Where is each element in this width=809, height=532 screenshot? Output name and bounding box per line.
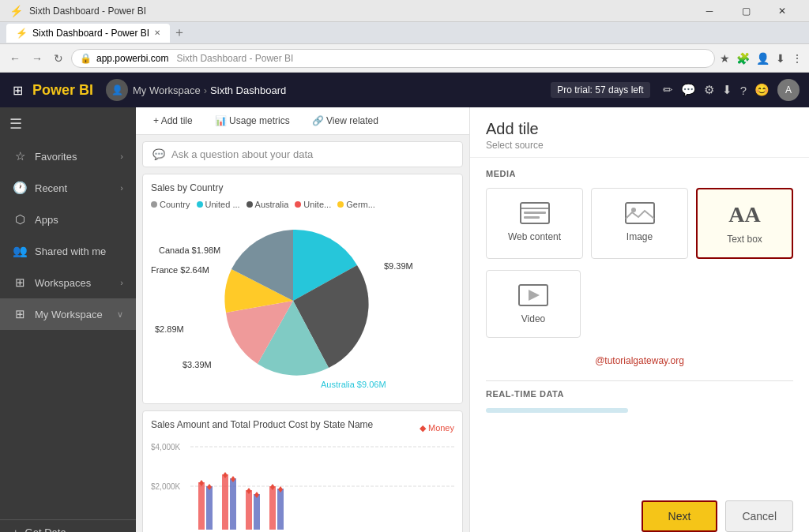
sidebar-item-myworkspace[interactable]: ⊞ My Workspace ∨ xyxy=(0,298,136,330)
panel-divider xyxy=(486,380,793,381)
legend-united-label: United ... xyxy=(205,200,240,209)
legend-australia: Australia xyxy=(246,200,289,209)
pie-chart-container: Canada $1.98M France $2.64M $2.89M $3.39… xyxy=(151,214,454,395)
download-icon[interactable]: ⬇ xyxy=(776,52,785,65)
svg-rect-11 xyxy=(254,494,260,530)
settings-icon[interactable]: ⚙ xyxy=(704,83,714,97)
download-icon[interactable]: ⬇ xyxy=(722,83,732,97)
legend-country: Country xyxy=(151,200,190,209)
secure-icon: 🔒 xyxy=(80,53,92,64)
bar-chart-tile: Sales Amount and Total Product Cost by S… xyxy=(142,410,463,532)
legend-unite: Unite... xyxy=(295,200,331,209)
bar-tile-header: Sales Amount and Total Product Cost by S… xyxy=(151,419,454,436)
get-data-button[interactable]: + Get Data xyxy=(13,526,123,532)
label-339: $3.39M xyxy=(182,360,212,369)
extensions-icon[interactable]: 🧩 xyxy=(736,52,750,65)
browser-action-buttons: ★ 🧩 👤 ⬇ ⋮ xyxy=(720,52,803,65)
legend-australia-label: Australia xyxy=(255,200,289,209)
sidebar-menu-icon[interactable]: ☰ xyxy=(9,116,22,132)
minimize-button[interactable]: ─ xyxy=(692,0,727,22)
ask-question-text: Ask a question about your data xyxy=(171,148,313,160)
favorites-icon: ☆ xyxy=(13,149,27,163)
maximize-button[interactable]: ▢ xyxy=(728,0,763,22)
sidebar-workspaces-label: Workspaces xyxy=(35,277,91,289)
dashboard-name: Sixth Dashboard xyxy=(210,84,286,96)
browser-tabs-bar: ⚡ Sixth Dashboard - Power BI ✕ ＋ xyxy=(0,22,809,44)
label-australia: Australia $9.06M xyxy=(321,380,386,389)
legend-country-label: Country xyxy=(160,200,190,209)
svg-rect-20 xyxy=(524,212,546,214)
add-tile-button[interactable]: + Add tile xyxy=(149,112,198,129)
media-card-video[interactable]: Video xyxy=(486,270,581,338)
content-area: + Add tile 📊 Usage metrics 🔗 View relate… xyxy=(136,107,809,532)
apps-icon: ⬡ xyxy=(13,212,27,227)
tab-close-button[interactable]: ✕ xyxy=(154,28,160,37)
view-related-button[interactable]: 🔗 View related xyxy=(307,112,383,129)
sidebar-item-apps[interactable]: ⬡ Apps xyxy=(0,204,136,235)
app-container: ⊞ Power BI 👤 My Workspace › Sixth Dashbo… xyxy=(0,73,809,532)
shared-icon: 👥 xyxy=(13,244,27,258)
chart1-legend: Country United ... Australia xyxy=(151,200,454,209)
browser-menu-icon[interactable]: ⋮ xyxy=(792,52,803,65)
back-button[interactable]: ← xyxy=(6,51,24,66)
dashboard-toolbar: + Add tile 📊 Usage metrics 🔗 View relate… xyxy=(136,107,469,135)
edit-icon[interactable]: ✏ xyxy=(663,83,673,97)
workspace-link[interactable]: My Workspace xyxy=(133,84,201,96)
sidebar-item-shared[interactable]: 👥 Shared with me xyxy=(0,235,136,267)
get-data-label: Get Data xyxy=(25,526,66,532)
add-tile-panel: Add tile Select source MEDIA xyxy=(469,107,809,532)
view-related-label: 🔗 View related xyxy=(312,115,378,126)
reload-button[interactable]: ↻ xyxy=(51,51,66,66)
media-card-image[interactable]: Image xyxy=(591,188,688,259)
profile-icon[interactable]: 👤 xyxy=(756,52,769,65)
next-button[interactable]: Next xyxy=(642,500,718,532)
add-tile-label: + Add tile xyxy=(153,115,193,126)
video-label: Video xyxy=(521,313,545,324)
breadcrumb-separator: › xyxy=(204,84,207,96)
video-icon xyxy=(517,283,549,307)
watermark: @tutorialgateway.org xyxy=(470,349,809,373)
legend-germ: Germ... xyxy=(337,200,375,209)
sidebar-footer: + Get Data xyxy=(0,519,136,532)
bookmark-icon[interactable]: ★ xyxy=(720,52,730,65)
sidebar-item-recent[interactable]: 🕐 Recent › xyxy=(0,172,136,204)
y-label-2000k: $2,000K xyxy=(151,482,180,491)
ask-question-bar[interactable]: 💬 Ask a question about your data xyxy=(142,141,463,167)
sidebar-item-favorites[interactable]: ☆ Favorites › xyxy=(0,140,136,172)
image-icon xyxy=(624,201,656,225)
image-label: Image xyxy=(627,231,653,242)
forward-button[interactable]: → xyxy=(28,51,46,66)
user-profile-button[interactable]: A xyxy=(777,79,800,101)
cancel-button[interactable]: Cancel xyxy=(725,500,793,532)
sidebar-item-workspaces[interactable]: ⊞ Workspaces › xyxy=(0,267,136,298)
media-card-textbox[interactable]: AA Text box xyxy=(696,188,793,259)
sidebar-apps-label: Apps xyxy=(35,214,58,226)
new-tab-button[interactable]: ＋ xyxy=(173,24,186,41)
media-card-web[interactable]: Web content xyxy=(486,188,583,259)
textbox-icon: AA xyxy=(728,202,760,227)
smiley-icon[interactable]: 😊 xyxy=(754,83,769,97)
chat-icon[interactable]: 💬 xyxy=(681,83,696,97)
topbar-action-icons: ✏ 💬 ⚙ ⬇ ? 😊 A xyxy=(663,79,800,101)
tab-label: Sixth Dashboard - Power BI xyxy=(32,28,149,39)
active-tab[interactable]: ⚡ Sixth Dashboard - Power BI ✕ xyxy=(6,24,170,43)
usage-metrics-button[interactable]: 📊 Usage metrics xyxy=(210,112,295,129)
app-grid-icon[interactable]: ⊞ xyxy=(9,80,26,101)
chart1-title: Sales by Country xyxy=(151,182,454,193)
chart2-title: Sales Amount and Total Product Cost by S… xyxy=(151,419,373,430)
sidebar-recent-label: Recent xyxy=(35,182,67,194)
sidebar-header: ☰ xyxy=(0,107,136,140)
textbox-label: Text box xyxy=(727,234,762,245)
workspaces-icon: ⊞ xyxy=(13,275,27,290)
window-title: Sixth Dashboard - Power BI xyxy=(29,6,686,17)
gridlines-svg xyxy=(190,443,454,532)
help-icon[interactable]: ? xyxy=(740,84,747,97)
close-button[interactable]: ✕ xyxy=(765,0,800,22)
address-bar[interactable]: 🔒 app.powerbi.com Sixth Dashboard - Powe… xyxy=(71,49,715,68)
media-section: MEDIA Web content xyxy=(470,158,809,349)
label-canada: Canada $1.98M xyxy=(159,245,220,255)
sales-by-country-tile: Sales by Country Country United ... xyxy=(142,174,463,404)
myworkspace-chevron: ∨ xyxy=(117,309,123,320)
breadcrumb: My Workspace › Sixth Dashboard xyxy=(133,84,286,96)
browser-chrome: ← → ↻ 🔒 app.powerbi.com Sixth Dashboard … xyxy=(0,44,809,73)
